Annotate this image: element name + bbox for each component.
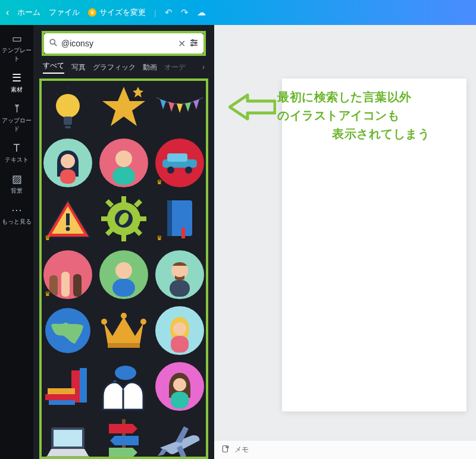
elements-panel: ✕ すべて 写真 グラフィック 動画 オーデ ›: [33, 25, 214, 459]
svg-rect-74: [54, 430, 82, 447]
signpost-icon[interactable]: [99, 417, 149, 459]
crown-icon[interactable]: [99, 306, 149, 356]
clear-search-button[interactable]: ✕: [178, 38, 186, 49]
premium-crown-icon: ♛: [88, 8, 96, 17]
tab-audio[interactable]: オーデ: [164, 62, 186, 73]
svg-rect-35: [121, 233, 126, 241]
globe-icon[interactable]: [43, 306, 93, 356]
filter-tabs: すべて 写真 グラフィック 動画 オーデ ›: [33, 58, 214, 78]
resize-button[interactable]: ♛ サイズを変更: [88, 7, 146, 18]
svg-point-57: [121, 313, 127, 319]
annotation-text: 最初に検索した言葉以外 のイラストアイコンも 表示されてしまう: [277, 88, 430, 143]
svg-point-71: [173, 378, 186, 391]
rail-more[interactable]: ⋯ もっと見る: [0, 200, 33, 231]
tab-photos[interactable]: 写真: [71, 62, 86, 73]
annotation-line-3: 表示されてしまう: [277, 125, 430, 143]
undo-button[interactable]: ↶: [165, 7, 173, 18]
text-icon: T: [0, 143, 33, 153]
more-icon: ⋯: [0, 205, 33, 215]
avatar-woman-3[interactable]: [155, 361, 205, 411]
rail-uploads[interactable]: ⤒ アップロード: [0, 99, 33, 138]
svg-line-1: [54, 43, 57, 46]
notebook-icon[interactable]: ♛: [155, 194, 205, 244]
svg-rect-63: [80, 368, 87, 403]
svg-rect-12: [64, 117, 72, 125]
svg-rect-72: [171, 392, 189, 408]
tab-graphics[interactable]: グラフィック: [93, 62, 136, 73]
raised-hands-icon[interactable]: ♛: [43, 250, 93, 300]
svg-rect-64: [48, 388, 75, 394]
filter-button[interactable]: [189, 38, 199, 49]
home-button[interactable]: ホーム: [17, 7, 40, 18]
svg-rect-53: [170, 280, 190, 297]
books-stack-icon[interactable]: [43, 361, 93, 411]
car-icon[interactable]: ♛: [155, 138, 205, 188]
cloud-sync-icon[interactable]: ☁: [197, 7, 206, 18]
rail-elements[interactable]: ☰ 素材: [0, 68, 33, 99]
back-button[interactable]: ‹: [6, 7, 9, 18]
svg-marker-55: [104, 317, 143, 344]
notes-button[interactable]: メモ: [234, 445, 249, 455]
annotation-arrow-icon: [228, 93, 276, 121]
svg-marker-16: [160, 99, 166, 109]
laptop-icon[interactable]: [43, 417, 93, 459]
rail-label: アップロード: [2, 117, 32, 132]
svg-marker-83: [158, 449, 167, 456]
annotation-line-1: 最初に検索した言葉以外: [277, 90, 412, 103]
svg-marker-78: [109, 424, 137, 433]
redo-button[interactable]: ↷: [181, 7, 189, 18]
search-icon: [49, 38, 58, 49]
conversation-icon[interactable]: [99, 361, 149, 411]
premium-badge-icon: ♛: [156, 234, 162, 242]
avatar-generic-2[interactable]: [99, 250, 149, 300]
tab-all[interactable]: すべて: [43, 61, 64, 74]
templates-icon: ▭: [0, 33, 33, 44]
avatar-woman-1[interactable]: [43, 138, 93, 188]
svg-marker-84: [230, 95, 275, 119]
party-flags-icon[interactable]: [155, 82, 205, 132]
svg-rect-85: [223, 446, 227, 452]
lightbulb-icon[interactable]: [43, 82, 93, 132]
file-menu[interactable]: ファイル: [49, 7, 80, 18]
separator: |: [154, 8, 156, 17]
svg-rect-26: [167, 153, 187, 162]
svg-rect-76: [46, 456, 89, 458]
premium-badge-icon: ♛: [45, 234, 51, 242]
search-input[interactable]: [61, 39, 174, 48]
star-icon[interactable]: [99, 82, 149, 132]
avatar-generic-1[interactable]: [99, 138, 149, 188]
gear-icon[interactable]: [99, 194, 149, 244]
resize-label: サイズを変更: [99, 7, 146, 18]
results-grid: ♛ ♛ ♛ ♛: [33, 78, 214, 459]
svg-rect-37: [138, 216, 146, 221]
svg-rect-65: [45, 394, 77, 400]
svg-marker-20: [193, 99, 199, 109]
svg-point-56: [101, 319, 107, 325]
tab-video[interactable]: 動画: [143, 62, 157, 73]
svg-rect-48: [61, 272, 70, 297]
canvas-workspace[interactable]: 最初に検索した言葉以外 のイラストアイコンも 表示されてしまう メモ: [214, 25, 476, 459]
rail-label: テキスト: [5, 156, 29, 163]
airplane-icon[interactable]: [155, 417, 205, 459]
rail-background[interactable]: ▨ 背景: [0, 169, 33, 200]
rail-label: テンプレート: [2, 47, 32, 62]
rail-templates[interactable]: ▭ テンプレート: [0, 29, 33, 68]
rail-text[interactable]: T テキスト: [0, 138, 33, 169]
svg-point-23: [115, 150, 132, 167]
svg-point-27: [167, 166, 174, 174]
svg-marker-75: [46, 449, 89, 457]
rail-label: 背景: [11, 187, 23, 194]
svg-marker-19: [185, 102, 191, 112]
top-toolbar: ‹ ホーム ファイル ♛ サイズを変更 | ↶ ↷ ☁: [0, 0, 476, 25]
left-nav-rail: ▭ テンプレート ☰ 素材 ⤒ アップロード T テキスト ▨ 背景 ⋯ もっと…: [0, 25, 33, 459]
warning-sign-icon[interactable]: ♛: [43, 194, 93, 244]
svg-rect-38: [105, 199, 114, 208]
svg-line-10: [77, 92, 81, 95]
tabs-scroll-right[interactable]: ›: [202, 63, 205, 71]
svg-marker-15: [133, 87, 143, 98]
svg-rect-22: [60, 169, 76, 184]
svg-rect-40: [134, 199, 142, 208]
avatar-woman-2[interactable]: [155, 306, 205, 356]
svg-rect-66: [49, 400, 75, 405]
avatar-man-1[interactable]: [155, 250, 205, 300]
